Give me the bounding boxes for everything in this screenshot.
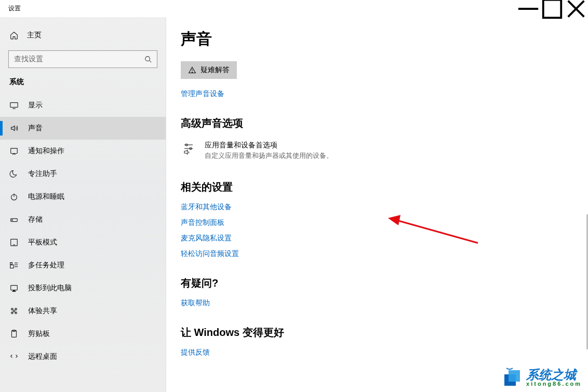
search-placeholder: 查找设置	[14, 55, 43, 64]
svg-line-5	[150, 61, 152, 63]
better-section-head: 让 Windows 变得更好	[181, 326, 588, 340]
svg-rect-8	[11, 148, 18, 154]
sidebar-item-share[interactable]: 体验共享	[0, 300, 166, 322]
power-icon	[9, 192, 19, 201]
home-icon	[9, 31, 19, 40]
link-ease-audio[interactable]: 轻松访问音频设置	[181, 249, 588, 259]
sidebar-item-sound[interactable]: 声音	[0, 117, 166, 140]
sound-icon	[9, 124, 19, 133]
sidebar-item-notifications[interactable]: 通知和操作	[0, 140, 166, 163]
sidebar-item-label: 投影到此电脑	[28, 283, 72, 293]
sidebar-item-multitask[interactable]: 多任务处理	[0, 254, 166, 277]
advanced-section-head: 高级声音选项	[181, 116, 588, 130]
maximize-button[interactable]	[540, 0, 564, 17]
sidebar-home-label: 主页	[27, 31, 42, 40]
sidebar-item-remote[interactable]: 远程桌面	[0, 345, 166, 368]
adv-item-desc: 自定义应用音量和扬声器或其使用的设备。	[205, 151, 333, 160]
window-title: 设置	[8, 4, 21, 13]
sidebar-item-focus[interactable]: 专注助手	[0, 163, 166, 185]
sidebar-item-display[interactable]: 显示	[0, 94, 166, 117]
manage-sound-link[interactable]: 管理声音设备	[181, 89, 588, 99]
link-get-help[interactable]: 获取帮助	[181, 299, 588, 308]
sidebar-item-storage[interactable]: 存储	[0, 208, 166, 231]
sidebar-item-label: 显示	[28, 101, 43, 110]
watermark-logo-icon	[501, 367, 522, 388]
troubleshoot-label: 疑难解答	[201, 65, 230, 75]
svg-rect-1	[543, 0, 562, 18]
watermark-title: 系统之城	[526, 369, 582, 381]
watermark: 系统之城 xitong86.com	[501, 367, 582, 388]
svg-point-12	[12, 220, 12, 220]
sidebar-item-label: 通知和操作	[28, 146, 64, 156]
display-icon	[9, 101, 19, 110]
link-sound-control-panel[interactable]: 声音控制面板	[181, 218, 588, 227]
clipboard-icon	[9, 329, 19, 339]
faq-section-head: 有疑问?	[181, 276, 588, 290]
svg-rect-16	[10, 263, 12, 265]
sidebar-item-power[interactable]: 电源和睡眠	[0, 185, 166, 208]
svg-rect-20	[11, 286, 18, 290]
sidebar: 主页 查找设置 系统 显示 声音 通知和操作 专注助手	[0, 17, 166, 392]
sidebar-item-tablet[interactable]: 平板模式	[0, 231, 166, 254]
minimize-button[interactable]	[516, 0, 540, 17]
notify-icon	[9, 146, 19, 156]
link-mic-privacy[interactable]: 麦克风隐私设置	[181, 234, 588, 243]
search-input[interactable]: 查找设置	[8, 50, 157, 68]
remote-icon	[9, 352, 19, 361]
sidebar-item-label: 存储	[28, 215, 43, 224]
share-icon	[9, 306, 19, 316]
related-section-head: 相关的设置	[181, 180, 588, 194]
svg-rect-6	[10, 103, 18, 107]
moon-icon	[9, 169, 19, 179]
sidebar-item-label: 声音	[28, 124, 43, 133]
warning-icon	[188, 66, 196, 74]
troubleshoot-button[interactable]: 疑难解答	[181, 61, 237, 79]
search-icon	[144, 56, 152, 63]
content-pane: 声音 疑难解答 管理声音设备 高级声音选项 应用音量和设备首选项 自定义应用音量…	[166, 17, 588, 392]
close-button[interactable]	[564, 0, 588, 17]
multitask-icon	[9, 261, 19, 270]
page-title: 声音	[181, 29, 588, 50]
watermark-url: xitong86.com	[526, 381, 582, 387]
sidebar-item-project[interactable]: 投影到此电脑	[0, 277, 166, 300]
tablet-icon	[9, 238, 19, 247]
link-bluetooth[interactable]: 蓝牙和其他设备	[181, 202, 588, 212]
svg-rect-15	[10, 265, 14, 268]
sidebar-item-label: 体验共享	[28, 306, 57, 316]
svg-point-4	[145, 57, 150, 61]
storage-icon	[9, 215, 19, 224]
link-feedback[interactable]: 提供反馈	[181, 348, 588, 357]
sidebar-item-label: 平板模式	[28, 238, 57, 247]
sidebar-item-label: 专注助手	[28, 169, 57, 179]
svg-point-30	[192, 72, 193, 73]
window-controls	[516, 0, 588, 17]
sidebar-item-label: 剪贴板	[28, 329, 50, 339]
sliders-icon	[181, 141, 196, 156]
project-icon	[9, 283, 19, 293]
sidebar-category: 系统	[0, 77, 166, 87]
sidebar-item-label: 多任务处理	[28, 261, 64, 270]
app-volume-item[interactable]: 应用音量和设备首选项 自定义应用音量和扬声器或其使用的设备。	[181, 139, 588, 163]
svg-rect-38	[509, 370, 520, 382]
adv-item-title: 应用音量和设备首选项	[205, 141, 333, 150]
sidebar-item-label: 远程桌面	[28, 352, 57, 361]
sidebar-item-label: 电源和睡眠	[28, 192, 64, 201]
sidebar-item-clipboard[interactable]: 剪贴板	[0, 322, 166, 345]
sidebar-home[interactable]: 主页	[0, 25, 166, 45]
